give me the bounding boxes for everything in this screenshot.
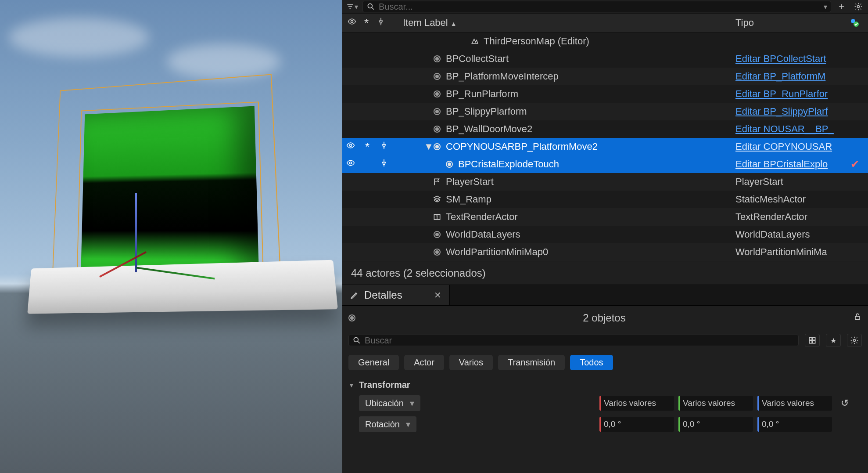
- type-header[interactable]: Tipo: [735, 17, 845, 29]
- item-type-icon: [432, 126, 442, 133]
- svg-rect-8: [855, 316, 860, 320]
- check-icon: ✔: [850, 158, 859, 170]
- search-icon: [352, 336, 361, 345]
- outliner-row[interactable]: BP_WallDoorMove2Editar NOUSAR__BP_: [342, 120, 868, 138]
- location-y-input[interactable]: Varios valores: [678, 396, 753, 411]
- location-label: Ubicación: [365, 398, 404, 408]
- outliner-item-label: PlayerStart: [446, 176, 735, 188]
- transform-section-header[interactable]: ▼ Transformar: [348, 377, 862, 393]
- rotation-z-input[interactable]: 0,0 °: [757, 417, 832, 432]
- filter-transmision[interactable]: Transmisión: [498, 355, 565, 370]
- outliner-item-type[interactable]: Editar BP_RunPlarfor: [735, 88, 845, 100]
- rotation-y-input[interactable]: 0,0 °: [678, 417, 753, 432]
- outliner-row[interactable]: *▼COPYNOUSARBP_PlatformMove2Editar COPYN…: [342, 138, 868, 155]
- outliner-item-type[interactable]: Editar COPYNOUSAR: [735, 141, 845, 152]
- dirty-column-icon[interactable]: *: [364, 16, 369, 30]
- svg-rect-13: [813, 341, 815, 343]
- outliner-item-label: BPCristalExplodeTouch: [458, 159, 735, 170]
- add-button[interactable]: [836, 1, 848, 12]
- location-vector: Varios valores Varios valores Varios val…: [599, 396, 832, 411]
- outliner-row[interactable]: WorldDataLayersWorldDataLayers: [342, 226, 868, 243]
- item-type-icon: [432, 108, 442, 115]
- outliner-row[interactable]: BP_PlatformMoveIntercepEditar BP_Platfor…: [342, 68, 868, 85]
- filter-actor[interactable]: Actor: [404, 355, 444, 370]
- outliner-row[interactable]: BPCollectStartEditar BPCollectStart: [342, 50, 868, 68]
- translate-gizmo[interactable]: [114, 237, 202, 325]
- sort-asc-icon: ▲: [451, 20, 457, 27]
- outliner-item-type[interactable]: Editar BPCollectStart: [735, 53, 845, 65]
- rotation-row: Rotación ▾ 0,0 ° 0,0 ° 0,0 ° ↺: [348, 414, 862, 435]
- item-type-icon: [432, 143, 442, 150]
- location-z-input[interactable]: Varios valores: [757, 396, 832, 411]
- filter-todos[interactable]: Todos: [570, 355, 613, 370]
- outliner-item-label: SM_Ramp: [446, 194, 735, 205]
- outliner-search-input[interactable]: [379, 2, 820, 12]
- outliner-item-label: COPYNOUSARBP_PlatformMove2: [446, 141, 735, 152]
- sky-decoration: [9, 18, 149, 57]
- outliner-item-label: BP_WallDoorMove2: [446, 123, 735, 135]
- svg-point-2: [351, 21, 353, 23]
- item-type-icon: [432, 73, 442, 80]
- outliner-item-type[interactable]: Editar NOUSAR__BP_: [735, 123, 845, 135]
- pin-toggle[interactable]: [379, 141, 389, 152]
- object-count-label: 2 objetos: [362, 312, 847, 324]
- details-tab[interactable]: Detalles ✕: [342, 285, 450, 305]
- details-settings-button[interactable]: [847, 334, 862, 347]
- rotation-vector: 0,0 ° 0,0 ° 0,0 °: [599, 417, 832, 432]
- outliner-row[interactable]: SM_RampStaticMeshActor: [342, 191, 868, 208]
- pin-column-icon[interactable]: [377, 17, 385, 29]
- outliner-item-type[interactable]: Editar BP_PlatformM: [735, 71, 845, 82]
- outliner-column-headers: * Item Label▲ Tipo: [342, 13, 868, 32]
- property-matrix-button[interactable]: [805, 334, 820, 347]
- location-x-input[interactable]: Varios valores: [599, 396, 674, 411]
- item-label-header[interactable]: Item Label▲: [403, 17, 735, 29]
- viewport-3d[interactable]: [0, 0, 342, 473]
- expander-icon[interactable]: ▼: [424, 141, 432, 152]
- outliner-item-type: StaticMeshActor: [735, 194, 845, 205]
- outliner-item-type[interactable]: Editar BP_SlippyPlarf: [735, 106, 845, 117]
- outliner-row[interactable]: BP_SlippyPlarformEditar BP_SlippyPlarf: [342, 103, 868, 120]
- outliner-row[interactable]: PlayerStartPlayerStart: [342, 173, 868, 191]
- location-dropdown[interactable]: Ubicación ▾: [359, 395, 420, 411]
- outliner-row[interactable]: BPCristalExplodeTouchEditar BPCristalExp…: [342, 155, 868, 173]
- visibility-toggle[interactable]: [346, 141, 355, 152]
- outliner-item-type: WorldDataLayers: [735, 229, 845, 240]
- filter-menu-button[interactable]: ▾: [346, 1, 358, 12]
- reset-location-button[interactable]: ↺: [838, 397, 851, 409]
- chevron-down-icon[interactable]: ▾: [824, 3, 827, 11]
- settings-button[interactable]: [852, 1, 864, 12]
- visibility-toggle[interactable]: [346, 159, 355, 170]
- gizmo-axis-z[interactable]: [135, 193, 137, 272]
- lock-icon[interactable]: [853, 312, 862, 324]
- details-summary: 2 objetos: [342, 306, 868, 330]
- actor-icon: [348, 314, 355, 321]
- outliner-row[interactable]: WorldPartitionMiniMap0WorldPartitionMini…: [342, 243, 868, 261]
- rotation-x-input[interactable]: 0,0 °: [599, 417, 674, 432]
- details-search-input[interactable]: [365, 336, 795, 346]
- outliner-item-label: WorldPartitionMiniMap0: [446, 246, 735, 258]
- item-type-icon: [432, 213, 442, 221]
- pin-toggle[interactable]: [379, 159, 389, 170]
- details-filter-pills: General Actor Varios Transmisión Todos: [342, 350, 868, 375]
- outliner-item-label: BP_PlatformMoveIntercep: [446, 71, 735, 82]
- outliner-search[interactable]: ▾: [362, 1, 831, 12]
- visibility-column-icon[interactable]: [348, 17, 356, 29]
- chevron-down-icon: ▾: [406, 419, 410, 430]
- transform-section: ▼ Transformar Ubicación ▾ Varios valores…: [342, 375, 868, 437]
- source-control-column[interactable]: [845, 18, 864, 28]
- outliner-root-row[interactable]: ThirdPersonMap (Editor): [342, 32, 868, 50]
- svg-point-9: [354, 337, 358, 342]
- details-search[interactable]: [348, 335, 799, 346]
- filter-general[interactable]: General: [348, 355, 399, 370]
- outliner-item-label: BP_RunPlarform: [446, 88, 735, 100]
- rotation-dropdown[interactable]: Rotación ▾: [359, 416, 416, 432]
- outliner-row[interactable]: TextRenderActorTextRenderActor: [342, 208, 868, 226]
- svg-rect-10: [809, 337, 812, 340]
- right-panel: ▾ ▾ * Item Label▲ Tipo ThirdPersonMap (E…: [342, 0, 868, 473]
- filter-varios[interactable]: Varios: [449, 355, 493, 370]
- outliner-item-type[interactable]: Editar BPCristalExplo: [735, 159, 845, 170]
- favorites-button[interactable]: ★: [826, 334, 841, 347]
- transform-section-title: Transformar: [359, 380, 410, 390]
- outliner-row[interactable]: BP_RunPlarformEditar BP_RunPlarfor: [342, 85, 868, 103]
- close-icon[interactable]: ✕: [434, 290, 441, 300]
